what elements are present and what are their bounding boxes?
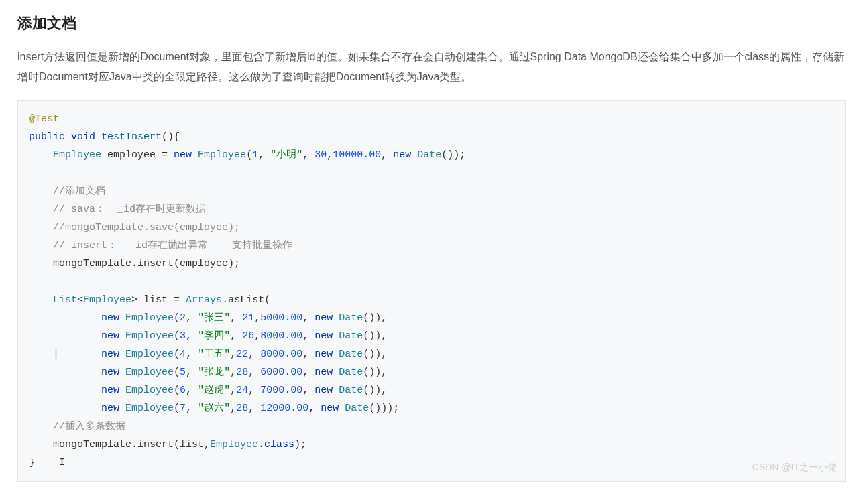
date-e5: Date	[339, 367, 363, 378]
kw-new2: new	[393, 149, 411, 161]
emp1-age: 30	[314, 149, 327, 161]
e3-salary: 8000.00	[260, 330, 302, 342]
type-date: Date	[417, 149, 441, 161]
kw-new-d7: new	[321, 403, 339, 414]
kw-new-e4: new	[101, 349, 119, 360]
e7-age: 28	[236, 403, 248, 414]
ctor-e5: Employee	[125, 367, 174, 378]
code-block: @Test public void testInsert(){ Employee…	[17, 100, 846, 482]
date-e2: Date	[339, 312, 363, 324]
e3-id: 3	[180, 330, 186, 342]
e4-name: "王五"	[198, 349, 230, 360]
e7-name: "赵六"	[198, 403, 230, 414]
kw-new-d4: new	[314, 349, 333, 360]
kw-new-e6: new	[101, 385, 119, 396]
description-paragraph: insert方法返回值是新增的Document对象，里面包含了新增后id的值。如…	[17, 47, 846, 88]
e2-salary: 5000.00	[260, 312, 302, 324]
e5-salary: 6000.00	[260, 367, 302, 378]
kw-new-e7: new	[101, 403, 119, 414]
comment-save: // sava： _id存在时更新数据	[53, 204, 206, 215]
e4-id: 4	[180, 349, 186, 360]
section-title: 添加文档	[17, 13, 846, 34]
kw-new-d5: new	[314, 367, 333, 378]
comment-save-line: //mongoTemplate.save(employee);	[53, 222, 240, 233]
emp1-salary: 10000.00	[333, 149, 381, 161]
var-employee: employee	[107, 149, 156, 161]
ctor-e4: Employee	[125, 349, 174, 360]
e7-id: 7	[180, 403, 186, 414]
emp1-id: 1	[252, 149, 258, 161]
kw-new-e5: new	[101, 367, 119, 378]
e5-age: 28	[236, 367, 248, 378]
kw-public: public	[29, 131, 65, 143]
aslist: .asList(	[222, 294, 270, 306]
date-e7: Date	[345, 403, 369, 414]
emp1-name: "小明"	[270, 149, 302, 161]
kw-new-d2: new	[314, 312, 333, 324]
kw-void: void	[71, 131, 95, 143]
type-arrays: Arrays	[186, 294, 222, 306]
e6-id: 6	[180, 385, 186, 396]
watermark: CSDN @IT之一小佬	[752, 459, 837, 476]
ctor-e7: Employee	[125, 403, 174, 414]
e5-id: 5	[180, 367, 186, 378]
ctor-employee: Employee	[198, 149, 246, 161]
e6-age: 24	[236, 385, 248, 396]
comment-multi: //插入多条数据	[53, 421, 125, 432]
comment-insert: // insert： _id存在抛出异常 支持批量操作	[53, 240, 292, 251]
e7-salary: 12000.00	[260, 403, 308, 414]
e4-age: 22	[236, 349, 248, 360]
generic-employee: Employee	[83, 294, 131, 306]
kw-new-d6: new	[314, 385, 333, 396]
insert-list-call: mongoTemplate.insert(list,Employee.class…	[53, 439, 306, 450]
date-e3: Date	[339, 330, 363, 342]
type-list: List	[53, 294, 77, 306]
var-list: list	[143, 294, 168, 306]
e2-id: 2	[180, 312, 186, 324]
comment-add: //添加文档	[53, 186, 105, 197]
ctor-e2: Employee	[125, 312, 174, 324]
kw-new: new	[174, 149, 192, 161]
e3-age: 26	[242, 330, 254, 342]
ctor-e6: Employee	[125, 385, 174, 396]
date-e6: Date	[339, 385, 363, 396]
e6-name: "赵虎"	[198, 385, 230, 396]
annotation: @Test	[29, 113, 59, 125]
method-name: testInsert	[101, 131, 162, 143]
type-employee: Employee	[53, 149, 101, 161]
kw-new-d3: new	[314, 330, 333, 342]
date-e4: Date	[339, 349, 363, 360]
e2-age: 21	[242, 312, 254, 324]
ctor-e3: Employee	[125, 330, 174, 342]
e3-name: "李四"	[198, 330, 230, 342]
e4-salary: 8000.00	[260, 349, 302, 360]
kw-new-e2: new	[101, 312, 119, 324]
e6-salary: 7000.00	[260, 385, 302, 396]
kw-new-e3: new	[101, 330, 119, 342]
e2-name: "张三"	[198, 312, 230, 324]
e5-name: "张龙"	[198, 367, 230, 378]
text-cursor: |	[53, 349, 59, 360]
mongo-insert: mongoTemplate.insert(employee);	[53, 258, 240, 269]
